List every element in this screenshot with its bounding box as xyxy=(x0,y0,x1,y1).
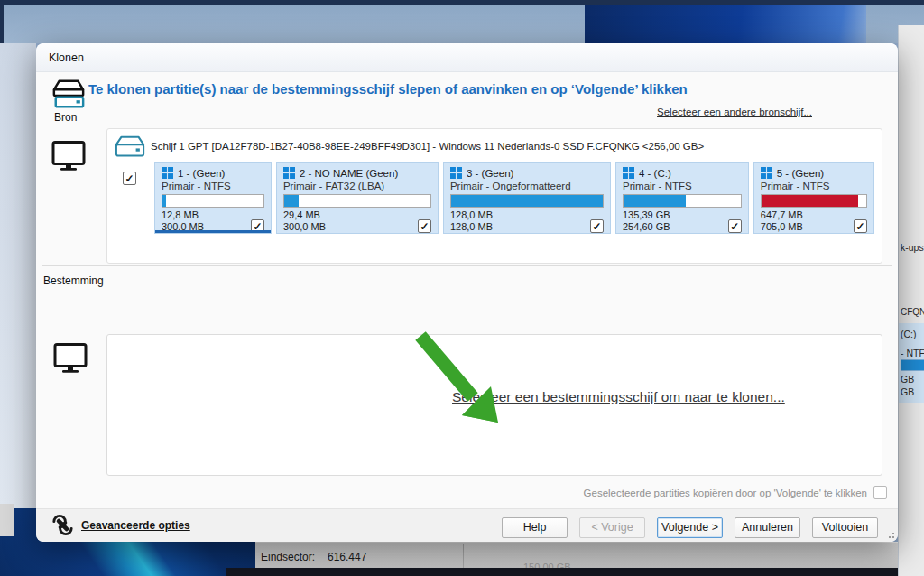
windows-logo-icon xyxy=(283,167,295,179)
edge-text: GB xyxy=(901,374,914,385)
dialog-title: Klonen xyxy=(49,51,84,64)
dialog-titlebar[interactable]: Klonen xyxy=(36,43,898,72)
partition-tile-4[interactable]: 4 - (C:) Primair - NTFS 135,39 GB254,60 … xyxy=(615,162,749,234)
partition-label: 3 - (Geen) xyxy=(467,168,513,179)
source-label: Bron xyxy=(54,111,77,124)
statusbar-divider xyxy=(463,544,464,568)
destination-panel: Selecteer een bestemmingsschijf om naar … xyxy=(106,334,882,476)
windows-logo-icon xyxy=(623,167,634,179)
partition-tile-5[interactable]: 5 - (Geen) Primair - NTFS 647,7 MB705,0 … xyxy=(753,162,874,234)
source-disk-panel: Schijf 1 GPT [DA12F78D-1B27-40B8-98EE-24… xyxy=(106,128,882,264)
partition-tile-row: 1 - (Geen) Primair - NTFS 12,8 MB300,0 M… xyxy=(154,162,874,234)
edge-text: k-ups xyxy=(901,242,924,253)
partition-usage-bar xyxy=(162,194,264,208)
partition-checkbox[interactable]: ✓ xyxy=(728,219,742,233)
help-button[interactable]: Help xyxy=(502,517,568,538)
disk-icon xyxy=(115,134,145,161)
partition-label: 5 - (Geen) xyxy=(777,168,824,179)
partition-used: 135,39 GB xyxy=(623,209,670,221)
partition-checkbox[interactable]: ✓ xyxy=(854,219,867,233)
resize-grip[interactable] xyxy=(888,532,895,539)
partition-label: 4 - (C:) xyxy=(639,168,671,179)
section-divider xyxy=(42,265,892,266)
select-other-source-link[interactable]: Selecteer een andere bronschijf... xyxy=(657,107,812,117)
disk-title: Schijf 1 GPT [DA12F78D-1B27-40B8-98EE-24… xyxy=(151,141,704,152)
partition-used: 29,4 MB xyxy=(283,209,326,221)
endsector-value: 616.447 xyxy=(328,551,366,563)
select-destination-link[interactable]: Selecteer een bestemmingsschijf om naar … xyxy=(452,389,785,405)
next-button[interactable]: Volgende > xyxy=(657,517,723,538)
background-app-window-edge: k-ups CFQNK (C:) - NTFS GB GB xyxy=(898,25,924,576)
source-computer-icon xyxy=(51,139,87,172)
partition-used: 647,7 MB xyxy=(761,209,803,221)
partition-used: 128,0 MB xyxy=(450,209,493,221)
dialog-footer: Geavanceerde opties Help < Vorige Volgen… xyxy=(36,508,898,542)
wrench-icon xyxy=(50,512,76,538)
background-window-corner xyxy=(0,504,14,536)
partition-size: 254,60 GB xyxy=(623,221,670,233)
windows-logo-icon xyxy=(450,167,462,179)
background-window-left xyxy=(0,43,36,510)
edge-text: CFQNK xyxy=(901,307,924,317)
edge-text: - NTFS xyxy=(901,348,924,358)
partition-size: 300,0 MB xyxy=(162,221,204,233)
copy-note-checkbox[interactable] xyxy=(873,486,887,499)
instruction-text: Te klonen partitie(s) naar de bestemming… xyxy=(88,81,855,97)
button-row: Help < Vorige Volgende > Annuleren Volto… xyxy=(502,517,878,538)
partition-usage-bar xyxy=(761,194,867,208)
partition-usage-bar xyxy=(450,194,604,208)
clone-dialog: Klonen Te klonen partitie(s) naar de bes… xyxy=(36,43,898,542)
partition-checkbox[interactable]: ✓ xyxy=(590,219,604,233)
windows-logo-icon xyxy=(761,167,772,179)
windows-logo-icon xyxy=(162,167,173,179)
partition-tile-1[interactable]: 1 - (Geen) Primair - NTFS 12,8 MB300,0 M… xyxy=(154,162,272,234)
partition-checkbox[interactable]: ✓ xyxy=(418,219,431,233)
advanced-options-link[interactable]: Geavanceerde opties xyxy=(81,519,190,532)
copy-note-row: Geselecteerde partities kopiëren door op… xyxy=(36,486,887,499)
partition-type: Primair - Ongeformatteerd xyxy=(450,181,604,191)
partition-label: 1 - (Geen) xyxy=(178,168,225,179)
finish-button[interactable]: Voltooien xyxy=(812,517,878,538)
windows11-bloom-wallpaper xyxy=(585,5,866,43)
partition-type: Primair - NTFS xyxy=(761,181,867,191)
partition-checkbox[interactable]: ✓ xyxy=(251,219,264,233)
cancel-button[interactable]: Annuleren xyxy=(735,517,800,538)
partition-label: 2 - NO NAME (Geen) xyxy=(300,168,398,179)
edge-usage-bar xyxy=(901,359,924,371)
destination-computer-icon xyxy=(52,341,88,374)
previous-button[interactable]: < Vorige xyxy=(579,517,645,538)
partition-usage-bar xyxy=(283,194,431,208)
partition-tile-3[interactable]: 3 - (Geen) Primair - Ongeformatteerd 128… xyxy=(443,162,611,234)
partition-used: 12,8 MB xyxy=(162,209,204,221)
partition-type: Primair - NTFS xyxy=(162,181,264,191)
edge-text: GB xyxy=(901,386,914,397)
edge-text: (C:) xyxy=(901,329,917,339)
partition-type: Primair - FAT32 (LBA) xyxy=(283,181,431,191)
disk-checkbox[interactable]: ✓ xyxy=(123,172,136,185)
clone-disk-icon xyxy=(51,78,87,112)
partition-usage-bar xyxy=(623,194,742,208)
copy-note-text: Geselecteerde partities kopiëren door op… xyxy=(584,488,867,498)
partition-size: 705,0 MB xyxy=(761,221,803,233)
partition-size: 300,0 MB xyxy=(283,221,326,233)
destination-label: Bestemming xyxy=(43,274,104,287)
taskbar[interactable] xyxy=(226,568,924,576)
partition-size: 128,0 MB xyxy=(450,221,493,233)
partition-type: Primair - NTFS xyxy=(623,181,742,191)
background-statusbar: Eindsector: 616.447 150,00 GB xyxy=(255,542,924,569)
partition-tile-2[interactable]: 2 - NO NAME (Geen) Primair - FAT32 (LBA)… xyxy=(276,162,439,234)
endsector-label: Eindsector: xyxy=(261,551,315,563)
